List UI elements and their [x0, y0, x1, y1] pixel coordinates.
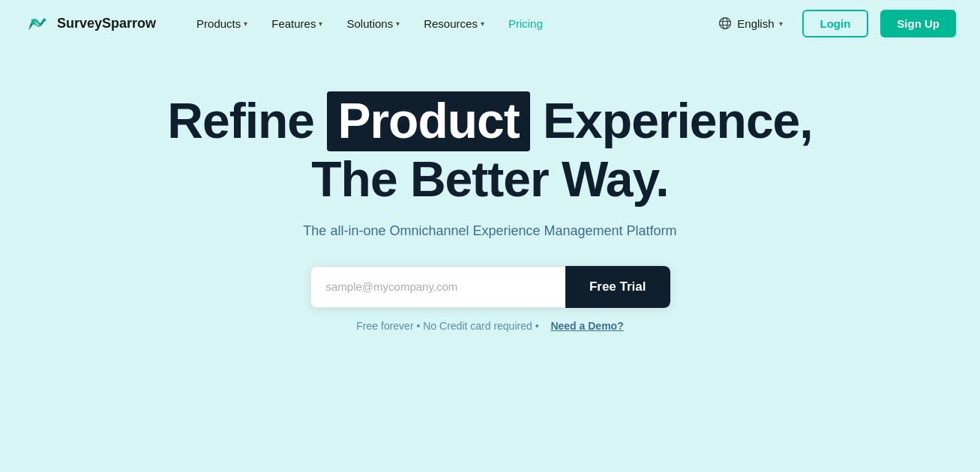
free-trial-button[interactable]: Free Trial — [565, 266, 670, 308]
logo[interactable]: SurveySparrow — [24, 10, 156, 37]
nav-item-features[interactable]: Features ▾ — [261, 11, 333, 36]
signup-button[interactable]: Sign Up — [880, 10, 956, 37]
chevron-down-icon: ▾ — [244, 19, 247, 28]
email-input[interactable] — [310, 266, 565, 308]
nav-item-resources[interactable]: Resources ▾ — [413, 11, 495, 36]
login-button[interactable]: Login — [802, 10, 869, 37]
chevron-down-icon: ▾ — [481, 19, 484, 28]
nav-links: Products ▾ Features ▾ Solutions ▾ Resour… — [186, 11, 710, 36]
headline-highlight: Product — [327, 91, 529, 151]
logo-text: SurveySparrow — [57, 16, 156, 31]
hero-section: Refine Product Experience, The Better Wa… — [0, 46, 980, 392]
chevron-down-icon: ▾ — [779, 19, 783, 28]
hero-footnote: Free forever • No Credit card required •… — [356, 320, 623, 332]
navbar: SurveySparrow Products ▾ Features ▾ Solu… — [0, 0, 980, 46]
language-selector[interactable]: English ▾ — [710, 11, 790, 35]
nav-item-pricing[interactable]: Pricing — [498, 11, 553, 36]
cta-form: Free Trial — [310, 266, 670, 308]
globe-icon — [718, 16, 733, 31]
hero-headline: Refine Product Experience, The Better Wa… — [167, 91, 812, 208]
logo-icon — [24, 10, 51, 37]
hero-subtext: The all-in-one Omnichannel Experience Ma… — [303, 223, 676, 239]
need-demo-link[interactable]: Need a Demo? — [550, 320, 623, 332]
chevron-down-icon: ▾ — [319, 19, 322, 28]
chevron-down-icon: ▾ — [396, 19, 400, 28]
svg-point-2 — [720, 18, 731, 29]
svg-point-3 — [723, 18, 728, 29]
nav-right: English ▾ Login Sign Up — [710, 10, 956, 37]
nav-item-solutions[interactable]: Solutions ▾ — [336, 11, 410, 36]
nav-item-products[interactable]: Products ▾ — [186, 11, 258, 36]
